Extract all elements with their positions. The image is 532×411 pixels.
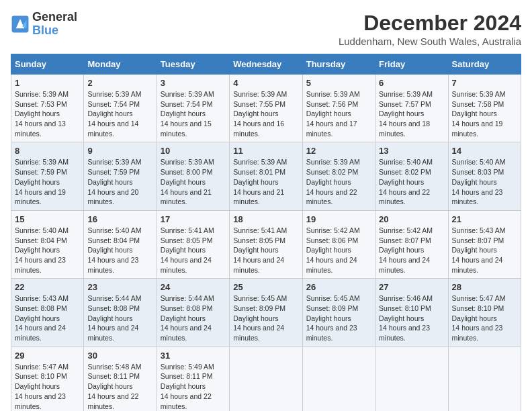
calendar-cell xyxy=(302,347,375,411)
header-thursday: Thursday xyxy=(302,54,375,75)
day-detail: Sunrise: 5:40 AM Sunset: 8:04 PM Dayligh… xyxy=(15,226,80,275)
day-number: 25 xyxy=(233,282,298,292)
day-detail: Sunrise: 5:39 AM Sunset: 7:55 PM Dayligh… xyxy=(233,89,298,138)
day-number: 11 xyxy=(233,146,298,156)
title-area: December 2024 Luddenham, New South Wales… xyxy=(339,11,521,47)
day-detail: Sunrise: 5:39 AM Sunset: 7:54 PM Dayligh… xyxy=(87,89,152,138)
day-number: 29 xyxy=(15,351,80,361)
calendar-week-1: 1 Sunrise: 5:39 AM Sunset: 7:53 PM Dayli… xyxy=(11,75,521,142)
day-number: 31 xyxy=(161,351,226,361)
calendar-cell: 22 Sunrise: 5:43 AM Sunset: 8:08 PM Dayl… xyxy=(11,279,84,347)
calendar-cell: 1 Sunrise: 5:39 AM Sunset: 7:53 PM Dayli… xyxy=(11,75,84,142)
day-number: 22 xyxy=(15,282,80,292)
day-detail: Sunrise: 5:44 AM Sunset: 8:08 PM Dayligh… xyxy=(87,293,152,342)
day-number: 15 xyxy=(15,214,80,224)
day-detail: Sunrise: 5:47 AM Sunset: 8:10 PM Dayligh… xyxy=(15,362,80,411)
calendar-cell: 27 Sunrise: 5:46 AM Sunset: 8:10 PM Dayl… xyxy=(375,279,448,347)
calendar-cell: 17 Sunrise: 5:41 AM Sunset: 8:05 PM Dayl… xyxy=(157,210,229,278)
calendar-cell: 26 Sunrise: 5:45 AM Sunset: 8:09 PM Dayl… xyxy=(302,279,375,347)
header-wednesday: Wednesday xyxy=(230,54,302,75)
day-number: 18 xyxy=(233,214,298,224)
header: General Blue December 2024 Luddenham, Ne… xyxy=(11,11,521,47)
day-detail: Sunrise: 5:39 AM Sunset: 7:56 PM Dayligh… xyxy=(306,89,371,138)
day-detail: Sunrise: 5:40 AM Sunset: 8:02 PM Dayligh… xyxy=(379,157,444,206)
logo: General Blue xyxy=(11,11,77,38)
day-detail: Sunrise: 5:39 AM Sunset: 7:54 PM Dayligh… xyxy=(161,89,226,138)
day-number: 14 xyxy=(452,146,517,156)
logo-text: General Blue xyxy=(32,11,77,38)
day-detail: Sunrise: 5:39 AM Sunset: 7:57 PM Dayligh… xyxy=(379,89,444,138)
day-detail: Sunrise: 5:40 AM Sunset: 8:03 PM Dayligh… xyxy=(452,157,517,206)
day-detail: Sunrise: 5:45 AM Sunset: 8:09 PM Dayligh… xyxy=(306,293,371,342)
calendar-cell: 16 Sunrise: 5:40 AM Sunset: 8:04 PM Dayl… xyxy=(84,210,157,278)
day-detail: Sunrise: 5:44 AM Sunset: 8:08 PM Dayligh… xyxy=(161,293,226,342)
day-number: 16 xyxy=(87,214,152,224)
calendar-week-5: 29 Sunrise: 5:47 AM Sunset: 8:10 PM Dayl… xyxy=(11,347,521,411)
calendar-cell xyxy=(230,347,302,411)
day-detail: Sunrise: 5:41 AM Sunset: 8:05 PM Dayligh… xyxy=(233,226,298,275)
day-number: 2 xyxy=(87,78,152,88)
day-detail: Sunrise: 5:39 AM Sunset: 7:59 PM Dayligh… xyxy=(15,157,80,206)
header-tuesday: Tuesday xyxy=(157,54,229,75)
calendar-cell: 21 Sunrise: 5:43 AM Sunset: 8:07 PM Dayl… xyxy=(448,210,521,278)
calendar-cell: 31 Sunrise: 5:49 AM Sunset: 8:11 PM Dayl… xyxy=(157,347,229,411)
day-number: 7 xyxy=(452,78,517,88)
calendar-cell: 13 Sunrise: 5:40 AM Sunset: 8:02 PM Dayl… xyxy=(375,142,448,210)
day-number: 13 xyxy=(379,146,444,156)
day-detail: Sunrise: 5:49 AM Sunset: 8:11 PM Dayligh… xyxy=(161,362,226,411)
calendar-week-3: 15 Sunrise: 5:40 AM Sunset: 8:04 PM Dayl… xyxy=(11,210,521,278)
day-number: 3 xyxy=(161,78,226,88)
calendar-table: Sunday Monday Tuesday Wednesday Thursday… xyxy=(11,54,521,411)
day-number: 19 xyxy=(306,214,371,224)
day-number: 5 xyxy=(306,78,371,88)
calendar-cell: 12 Sunrise: 5:39 AM Sunset: 8:02 PM Dayl… xyxy=(302,142,375,210)
header-saturday: Saturday xyxy=(448,54,521,75)
calendar-cell: 15 Sunrise: 5:40 AM Sunset: 8:04 PM Dayl… xyxy=(11,210,84,278)
page-container: General Blue December 2024 Luddenham, Ne… xyxy=(11,11,521,411)
day-detail: Sunrise: 5:40 AM Sunset: 8:04 PM Dayligh… xyxy=(87,226,152,275)
day-detail: Sunrise: 5:47 AM Sunset: 8:10 PM Dayligh… xyxy=(452,293,517,342)
calendar-cell: 19 Sunrise: 5:42 AM Sunset: 8:06 PM Dayl… xyxy=(302,210,375,278)
day-detail: Sunrise: 5:48 AM Sunset: 8:11 PM Dayligh… xyxy=(87,362,152,411)
calendar-cell: 23 Sunrise: 5:44 AM Sunset: 8:08 PM Dayl… xyxy=(84,279,157,347)
calendar-cell: 9 Sunrise: 5:39 AM Sunset: 7:59 PM Dayli… xyxy=(84,142,157,210)
day-number: 1 xyxy=(15,78,80,88)
calendar-cell: 29 Sunrise: 5:47 AM Sunset: 8:10 PM Dayl… xyxy=(11,347,84,411)
calendar-cell: 18 Sunrise: 5:41 AM Sunset: 8:05 PM Dayl… xyxy=(230,210,302,278)
calendar-cell: 28 Sunrise: 5:47 AM Sunset: 8:10 PM Dayl… xyxy=(448,279,521,347)
calendar-week-2: 8 Sunrise: 5:39 AM Sunset: 7:59 PM Dayli… xyxy=(11,142,521,210)
calendar-cell: 5 Sunrise: 5:39 AM Sunset: 7:56 PM Dayli… xyxy=(302,75,375,142)
calendar-week-4: 22 Sunrise: 5:43 AM Sunset: 8:08 PM Dayl… xyxy=(11,279,521,347)
day-number: 12 xyxy=(306,146,371,156)
day-number: 27 xyxy=(379,282,444,292)
day-detail: Sunrise: 5:39 AM Sunset: 7:59 PM Dayligh… xyxy=(87,157,152,206)
calendar-cell: 30 Sunrise: 5:48 AM Sunset: 8:11 PM Dayl… xyxy=(84,347,157,411)
calendar-cell: 11 Sunrise: 5:39 AM Sunset: 8:01 PM Dayl… xyxy=(230,142,302,210)
header-friday: Friday xyxy=(375,54,448,75)
header-row: Sunday Monday Tuesday Wednesday Thursday… xyxy=(11,54,521,75)
header-monday: Monday xyxy=(84,54,157,75)
day-detail: Sunrise: 5:39 AM Sunset: 7:58 PM Dayligh… xyxy=(452,89,517,138)
day-number: 20 xyxy=(379,214,444,224)
calendar-cell: 7 Sunrise: 5:39 AM Sunset: 7:58 PM Dayli… xyxy=(448,75,521,142)
calendar-cell: 20 Sunrise: 5:42 AM Sunset: 8:07 PM Dayl… xyxy=(375,210,448,278)
calendar-subtitle: Luddenham, New South Wales, Australia xyxy=(339,36,521,47)
day-detail: Sunrise: 5:45 AM Sunset: 8:09 PM Dayligh… xyxy=(233,293,298,342)
day-number: 24 xyxy=(161,282,226,292)
calendar-cell: 24 Sunrise: 5:44 AM Sunset: 8:08 PM Dayl… xyxy=(157,279,229,347)
day-number: 26 xyxy=(306,282,371,292)
header-sunday: Sunday xyxy=(11,54,84,75)
day-number: 8 xyxy=(15,146,80,156)
calendar-cell xyxy=(448,347,521,411)
calendar-cell xyxy=(375,347,448,411)
day-detail: Sunrise: 5:39 AM Sunset: 8:00 PM Dayligh… xyxy=(161,157,226,206)
calendar-cell: 8 Sunrise: 5:39 AM Sunset: 7:59 PM Dayli… xyxy=(11,142,84,210)
calendar-cell: 10 Sunrise: 5:39 AM Sunset: 8:00 PM Dayl… xyxy=(157,142,229,210)
day-detail: Sunrise: 5:43 AM Sunset: 8:08 PM Dayligh… xyxy=(15,293,80,342)
calendar-title: December 2024 xyxy=(339,11,521,36)
day-detail: Sunrise: 5:39 AM Sunset: 8:01 PM Dayligh… xyxy=(233,157,298,206)
day-number: 21 xyxy=(452,214,517,224)
calendar-cell: 6 Sunrise: 5:39 AM Sunset: 7:57 PM Dayli… xyxy=(375,75,448,142)
day-number: 4 xyxy=(233,78,298,88)
day-detail: Sunrise: 5:39 AM Sunset: 7:53 PM Dayligh… xyxy=(15,89,80,138)
